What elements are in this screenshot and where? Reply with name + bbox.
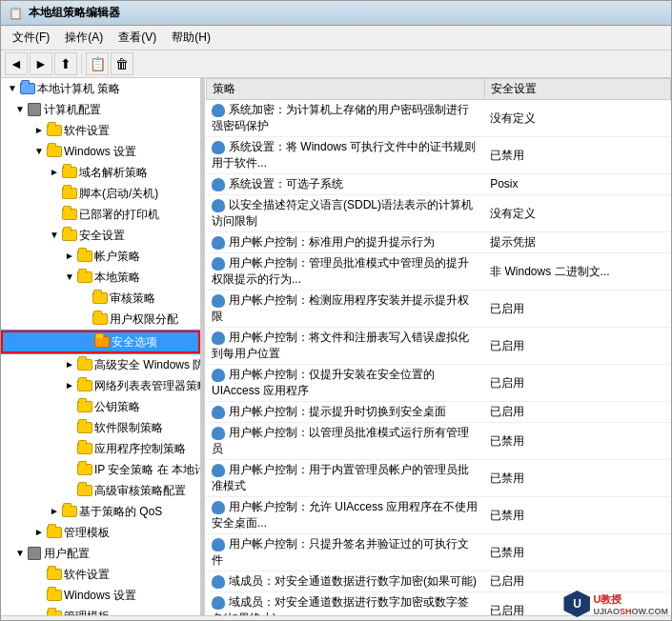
tree-user-config[interactable]: ▼ 用户配置 — [1, 543, 200, 564]
policy-row[interactable]: 以安全描述符定义语言(SDDL)语法表示的计算机访问限制没有定义 — [206, 195, 670, 232]
expander-computer[interactable]: ▼ — [12, 102, 28, 117]
toolbar-forward[interactable]: ► — [30, 52, 52, 75]
tree-user-admin[interactable]: 管理模板 — [1, 606, 200, 615]
tree-windows-settings[interactable]: ▼ Windows 设置 — [1, 141, 200, 162]
expander-software[interactable]: ► — [31, 123, 47, 138]
expander-audit[interactable] — [77, 290, 92, 306]
expander-userwin[interactable] — [31, 588, 47, 603]
toolbar-separator — [81, 54, 82, 73]
policy-shield-icon — [212, 236, 225, 250]
toolbar-copy[interactable]: 📋 — [86, 52, 109, 75]
tree-ip-security[interactable]: IP 安全策略 在 本地计算机 — [1, 459, 200, 480]
tree-root[interactable]: ▼ 本地计算机 策略 — [1, 78, 200, 99]
user-windows-label: Windows 设置 — [64, 587, 136, 604]
tree-user-rights[interactable]: 用户权限分配 — [1, 309, 200, 330]
tree-app-control[interactable]: 应用程序控制策略 — [1, 438, 200, 459]
menu-file[interactable]: 文件(F) — [5, 28, 57, 48]
expander-account[interactable]: ► — [62, 249, 77, 264]
expander-root[interactable]: ▼ — [5, 81, 20, 96]
tree-user-windows[interactable]: Windows 设置 — [1, 585, 200, 606]
policy-row[interactable]: 用户帐户控制：提示提升时切换到安全桌面已启用 — [206, 402, 670, 423]
col-header-policy[interactable]: 策略 — [206, 79, 484, 100]
folder-local-icon — [77, 271, 92, 283]
policy-row[interactable]: 用户帐户控制：允许 UIAccess 应用程序在不使用安全桌面...已禁用 — [206, 497, 670, 534]
expander-usersw[interactable] — [31, 567, 47, 582]
expander-dns[interactable]: ► — [47, 165, 62, 180]
tree-public-key[interactable]: 公钥策略 — [1, 396, 200, 417]
policy-row[interactable]: 系统设置：可选子系统Posix — [206, 174, 670, 195]
policy-shield-icon — [212, 178, 225, 191]
tree-qos[interactable]: ► 基于策略的 QoS — [1, 501, 200, 522]
expander-scripts[interactable] — [47, 186, 62, 201]
tree-security-settings[interactable]: ▼ 安全设置 — [1, 225, 200, 246]
policy-row[interactable]: 用户帐户控制：仅提升安装在安全位置的 UIAccess 应用程序已启用 — [206, 365, 670, 402]
policy-row[interactable]: 域成员：对安全通道数据进行数字加密(如果可能)已启用 — [206, 571, 670, 592]
policy-name: 用户帐户控制：提示提升时切换到安全桌面 — [206, 402, 484, 423]
toolbar-delete[interactable]: 🗑 — [111, 52, 133, 75]
tree-network-list[interactable]: ► 网络列表表管理器策略 — [1, 375, 200, 396]
policy-row[interactable]: 系统加密：为计算机上存储的用户密码强制进行强密码保护没有定义 — [206, 100, 670, 137]
policy-row[interactable]: 用户帐户控制：标准用户的提升提示行为提示凭据 — [206, 232, 670, 253]
user-config-icon — [28, 547, 41, 560]
expander-qos[interactable]: ► — [47, 504, 62, 519]
policy-row[interactable]: 用户帐户控制：用于内置管理员帐户的管理员批准模式已禁用 — [206, 460, 670, 497]
menu-action[interactable]: 操作(A) — [57, 28, 111, 48]
expander-options[interactable] — [79, 334, 94, 350]
expander-local[interactable]: ▼ — [62, 270, 77, 285]
policy-row[interactable]: 用户帐户控制：只提升签名并验证过的可执行文件已禁用 — [206, 534, 670, 571]
expander-restrict[interactable] — [62, 420, 77, 435]
expander-useradm[interactable] — [31, 609, 47, 615]
tree-scripts[interactable]: 脚本(启动/关机) — [1, 183, 200, 204]
expander-pubkey[interactable] — [62, 399, 77, 414]
expander-admin[interactable]: ► — [31, 525, 47, 540]
tree-firewall[interactable]: ► 高级安全 Windows 防火墙 — [1, 354, 200, 375]
toolbar-back[interactable]: ◄ — [5, 52, 28, 75]
policy-shield-icon — [212, 501, 225, 514]
expander-appctl[interactable] — [62, 441, 77, 456]
tree-printer[interactable]: 已部署的打印机 — [1, 204, 200, 225]
expander-ipsec[interactable] — [62, 462, 77, 477]
col-header-security[interactable]: 安全设置 — [484, 79, 670, 100]
toolbar-up[interactable]: ⬆ — [54, 52, 77, 75]
tree-advanced-audit[interactable]: 高级审核策略配置 — [1, 480, 200, 501]
expander-advaudit[interactable] — [62, 483, 77, 498]
logo-watermark: U U教授 UJIAOSHOW.COM — [563, 591, 668, 617]
folder-account-icon — [77, 250, 92, 262]
expander-firewall[interactable]: ► — [62, 357, 77, 372]
policy-setting: 非 Windows 二进制文... — [484, 253, 670, 290]
policy-row[interactable]: 用户帐户控制：以管理员批准模式运行所有管理员已禁用 — [206, 423, 670, 460]
tree-software-settings[interactable]: ► 软件设置 — [1, 120, 200, 141]
expander-userconfig[interactable]: ▼ — [12, 546, 28, 561]
tree-domain-dns[interactable]: ► 域名解析策略 — [1, 162, 200, 183]
policy-shield-icon — [212, 294, 225, 308]
expander-rights[interactable] — [77, 311, 92, 327]
policy-name: 用户帐户控制：用于内置管理员帐户的管理员批准模式 — [206, 460, 484, 497]
policy-row[interactable]: 用户帐户控制：将文件和注册表写入错误虚拟化到每用户位置已启用 — [206, 328, 670, 365]
tree-computer-config[interactable]: ▼ 计算机配置 — [1, 99, 200, 120]
expander-network[interactable]: ► — [62, 378, 77, 393]
policy-name: 系统加密：为计算机上存储的用户密码强制进行强密码保护 — [206, 100, 484, 137]
ip-security-label: IP 安全策略 在 本地计算机 — [94, 461, 201, 478]
main-window: 📋 本地组策略编辑器 文件(F) 操作(A) 查看(V) 帮助(H) ◄ ► ⬆… — [0, 0, 672, 621]
tree-local-policy[interactable]: ▼ 本地策略 — [1, 267, 200, 288]
tree-admin-templates[interactable]: ► 管理模板 — [1, 522, 200, 543]
folder-firewall-icon — [77, 359, 92, 371]
policy-row[interactable]: 用户帐户控制：管理员批准模式中管理员的提升权限提示的行为...非 Windows… — [206, 253, 670, 290]
tree-account-policy[interactable]: ► 帐户策略 — [1, 246, 200, 267]
expander-printer[interactable] — [47, 207, 62, 222]
user-admin-label: 管理模板 — [64, 608, 110, 615]
tree-security-options[interactable]: 安全选项 — [1, 330, 200, 354]
policy-row[interactable]: 系统设置：将 Windows 可执行文件中的证书规则用于软件...已禁用 — [206, 137, 670, 174]
policy-row[interactable]: 用户帐户控制：检测应用程序安装并提示提升权限已启用 — [206, 290, 670, 328]
expander-security[interactable]: ▼ — [47, 228, 62, 243]
policy-setting: 已禁用 — [484, 423, 670, 460]
tree-audit-policy[interactable]: 审核策略 — [1, 288, 200, 309]
folder-rights-icon — [92, 313, 108, 325]
menu-view[interactable]: 查看(V) — [111, 28, 164, 48]
tree-user-software[interactable]: 软件设置 — [1, 564, 200, 585]
logo-text: U教授 UJIAOSHOW.COM — [593, 592, 668, 616]
tree-software-restrict[interactable]: 软件限制策略 — [1, 417, 200, 438]
menu-help[interactable]: 帮助(H) — [164, 28, 218, 48]
domain-dns-label: 域名解析策略 — [79, 164, 148, 181]
expander-windows[interactable]: ▼ — [31, 144, 47, 159]
